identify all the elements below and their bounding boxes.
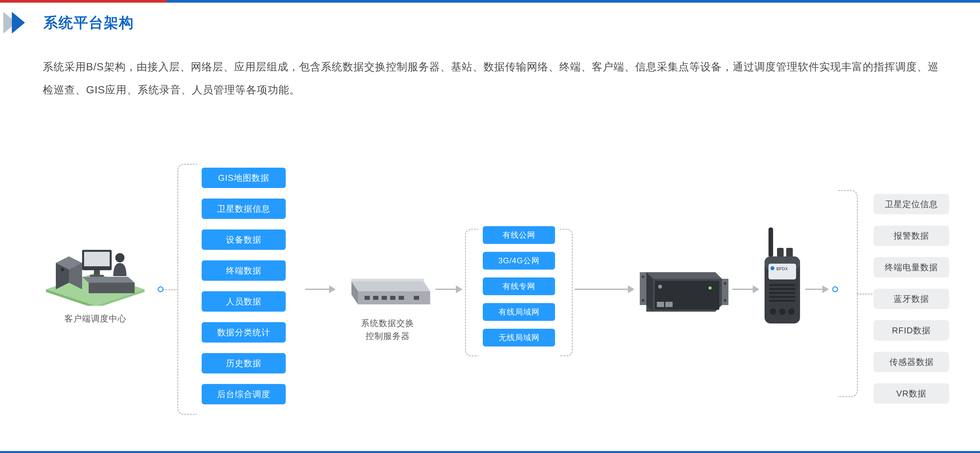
svg-rect-50: [769, 296, 795, 298]
pill-wired-private: 有线专网: [483, 278, 555, 295]
svg-point-27: [642, 276, 644, 278]
svg-marker-14: [82, 277, 135, 283]
arrow-network-to-base: [575, 289, 634, 290]
page-description: 系统采用B/S架构，由接入层、网络层、应用层组成，包含系统数据交换控制服务器、基…: [43, 55, 943, 102]
svg-point-8: [61, 268, 64, 271]
walkie-talkie-icon: BFDX: [763, 228, 802, 326]
svg-rect-23: [390, 296, 395, 300]
bracket-join-dot: [158, 286, 164, 292]
pill-personnel-data: 人员数据: [202, 291, 286, 312]
gpill-vr-data: VR数据: [873, 383, 949, 404]
network-switch-icon: [345, 271, 430, 312]
server-rack-icon: [640, 266, 729, 312]
architecture-diagram: 客户端调度中心 GIS地图数据 卫星数据信息 设备数据 终端数据 人员数据 数据…: [0, 141, 980, 411]
svg-marker-15: [89, 283, 135, 293]
pill-history-data: 历史数据: [202, 353, 286, 373]
pill-wireless-lan: 无线局域网: [483, 329, 555, 346]
svg-point-36: [708, 286, 712, 290]
svg-marker-30: [646, 272, 722, 279]
arrow-base-to-terminal: [732, 289, 759, 290]
svg-marker-16: [352, 281, 430, 291]
svg-marker-1: [12, 12, 25, 33]
pill-backend-dispatch: 后台综合调度: [202, 384, 286, 404]
network-bracket-right: [560, 229, 573, 356]
gpill-bt-data: 蓝牙数据: [873, 289, 949, 309]
page-title: 系统平台架构: [43, 13, 134, 32]
svg-rect-25: [414, 296, 419, 300]
svg-rect-32: [655, 281, 719, 309]
svg-point-33: [658, 285, 662, 289]
client-caption: 客户端调度中心: [46, 312, 145, 325]
page-title-row: 系统平台架构: [3, 12, 134, 33]
arrow-terminal-to-data: [805, 289, 828, 290]
svg-point-13: [115, 253, 124, 262]
svg-rect-34: [657, 302, 664, 307]
pill-wired-public: 有线公网: [483, 226, 555, 244]
arrow-server-to-network: [436, 289, 462, 290]
header-accent-line: [0, 0, 980, 3]
svg-point-28: [642, 299, 644, 302]
svg-rect-41: [777, 248, 784, 257]
svg-point-54: [788, 308, 795, 315]
client-data-list: GIS地图数据 卫星数据信息 设备数据 终端数据 人员数据 数据分类统计 历史数…: [202, 167, 286, 404]
base-station-node: [640, 266, 729, 312]
network-list: 有线公网 3G/4G公网 有线专网 有线局域网 无线局域网: [483, 226, 555, 346]
svg-point-38: [724, 282, 727, 285]
svg-point-46: [770, 266, 775, 270]
svg-rect-21: [373, 296, 378, 300]
terminal-data-list: 卫星定位信息 报警数据 终端电量数据 蓝牙数据 RFID数据 传感器数据 VR数…: [873, 194, 949, 404]
gpill-alarm-data: 报警数据: [873, 225, 949, 246]
radio-brand-label: BFDX: [776, 266, 788, 271]
svg-marker-31: [646, 272, 653, 312]
pill-terminal-data: 终端数据: [202, 260, 286, 281]
server-caption: 系统数据交换 控制服务器: [345, 317, 430, 343]
svg-rect-22: [382, 296, 387, 300]
svg-rect-49: [769, 292, 795, 294]
gpill-sensor-data: 传感器数据: [873, 352, 949, 372]
server-node: 系统数据交换 控制服务器: [345, 271, 430, 343]
svg-rect-51: [769, 300, 795, 302]
svg-rect-48: [769, 288, 795, 290]
svg-rect-11: [94, 270, 100, 275]
footer-accent-line: [0, 451, 980, 453]
pill-wired-lan: 有线局域网: [483, 303, 555, 321]
pill-gis-data: GIS地图数据: [202, 167, 286, 188]
pill-category-stats: 数据分类统计: [202, 322, 286, 343]
pill-device-data: 设备数据: [202, 230, 286, 250]
gpill-battery-data: 终端电量数据: [873, 257, 949, 278]
desktop-user-icon: [46, 240, 145, 306]
network-bracket-left: [465, 229, 478, 356]
svg-rect-35: [665, 302, 673, 307]
gpill-rfid-data: RFID数据: [873, 320, 949, 341]
title-arrow-icon: [3, 12, 35, 33]
svg-rect-40: [768, 228, 773, 257]
client-node: 客户端调度中心: [46, 240, 145, 325]
svg-marker-19: [352, 279, 424, 281]
svg-rect-47: [769, 284, 795, 286]
svg-rect-42: [786, 248, 793, 257]
gpill-gps-info: 卫星定位信息: [873, 194, 949, 214]
svg-rect-10: [84, 252, 110, 266]
svg-point-52: [770, 308, 776, 315]
svg-rect-24: [399, 296, 404, 300]
svg-rect-20: [364, 296, 370, 300]
arrow-client-to-server: [305, 289, 335, 290]
svg-point-53: [779, 308, 786, 315]
bracket-join-dot-right: [832, 286, 838, 292]
terminal-bracket: [838, 190, 858, 397]
client-bracket: [177, 164, 197, 415]
svg-point-39: [724, 299, 727, 302]
pill-3g4g-public: 3G/4G公网: [483, 252, 555, 270]
pill-satellite-data: 卫星数据信息: [202, 199, 286, 219]
terminal-node: BFDX: [763, 228, 802, 326]
